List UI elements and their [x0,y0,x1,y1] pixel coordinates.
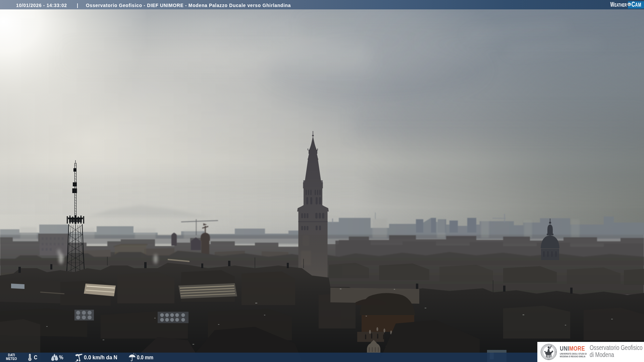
svg-text:1175: 1175 [547,358,550,360]
svg-text:C: C [632,0,635,8]
svg-text:EATHER: EATHER [614,2,627,8]
svg-text:AM: AM [635,2,642,8]
svg-text:W: W [610,1,614,8]
